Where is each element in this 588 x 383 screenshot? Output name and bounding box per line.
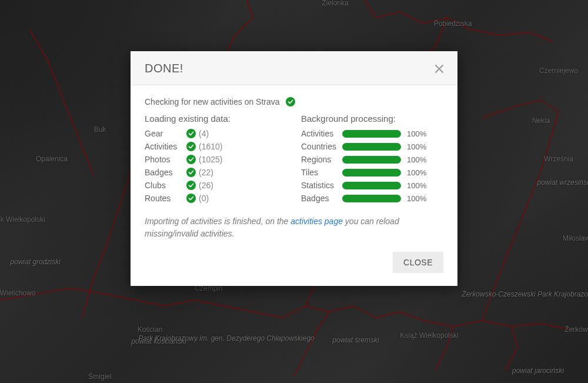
progress-percent: 100% — [407, 155, 426, 164]
modal-header: DONE! — [131, 51, 457, 85]
modal-title: DONE! — [145, 62, 183, 75]
loading-count: (4) — [199, 129, 209, 138]
activities-page-link[interactable]: activities page — [290, 217, 343, 226]
loading-label: Badges — [145, 168, 183, 177]
note-prefix: Importing of activities is finished, on … — [145, 217, 290, 226]
progress-percent: 100% — [407, 168, 426, 177]
processing-row: Regions100% — [301, 153, 443, 166]
loading-row: Routes(0) — [145, 192, 287, 205]
processing-label: Activities — [301, 129, 336, 138]
check-icon — [183, 129, 199, 138]
progress-bar — [342, 130, 401, 138]
status-line: Checking for new activities on Strava — [145, 97, 443, 106]
loading-row: Activities(1610) — [145, 140, 287, 153]
processing-column: Background processing: Activities100%Cou… — [301, 114, 443, 205]
loading-label: Gear — [145, 129, 183, 138]
check-icon — [183, 142, 199, 151]
progress-bar — [342, 143, 401, 151]
progress-percent: 100% — [407, 181, 426, 190]
processing-title: Background processing: — [301, 114, 443, 124]
check-icon — [183, 194, 199, 203]
loading-label: Routes — [145, 194, 183, 203]
processing-row: Badges100% — [301, 192, 443, 205]
processing-row: Statistics100% — [301, 179, 443, 192]
processing-row: Countries100% — [301, 140, 443, 153]
processing-row: Tiles100% — [301, 166, 443, 179]
progress-bar — [342, 182, 401, 189]
loading-row: Gear(4) — [145, 127, 287, 140]
progress-percent: 100% — [407, 129, 426, 138]
loading-row: Photos(1025) — [145, 153, 287, 166]
loading-title: Loading existing data: — [145, 114, 287, 124]
loading-label: Photos — [145, 155, 183, 164]
check-icon — [286, 97, 295, 106]
processing-label: Countries — [301, 142, 336, 151]
progress-bar — [342, 169, 401, 176]
close-button[interactable]: CLOSE — [393, 252, 443, 273]
processing-label: Badges — [301, 194, 336, 203]
loading-column: Loading existing data: Gear(4)Activities… — [145, 114, 287, 205]
import-note: Importing of activities is finished, on … — [145, 215, 443, 240]
import-done-modal: DONE! Checking for new activities on Str… — [131, 51, 457, 286]
close-icon[interactable] — [433, 62, 446, 75]
processing-row: Activities100% — [301, 127, 443, 140]
modal-body: Checking for new activities on Strava Lo… — [131, 85, 457, 246]
check-icon — [183, 155, 199, 164]
loading-label: Activities — [145, 142, 183, 151]
progress-percent: 100% — [407, 194, 426, 203]
status-text: Checking for new activities on Strava — [145, 97, 280, 106]
loading-count: (1025) — [199, 155, 222, 164]
modal-footer: CLOSE — [131, 246, 457, 286]
check-icon — [183, 181, 199, 190]
loading-count: (0) — [199, 194, 209, 203]
loading-row: Badges(22) — [145, 166, 287, 179]
progress-percent: 100% — [407, 142, 426, 151]
loading-count: (1610) — [199, 142, 222, 151]
loading-count: (22) — [199, 168, 213, 177]
processing-label: Tiles — [301, 168, 336, 177]
check-icon — [183, 168, 199, 177]
loading-count: (26) — [199, 181, 213, 190]
progress-bar — [342, 195, 401, 202]
processing-label: Regions — [301, 155, 336, 164]
progress-bar — [342, 156, 401, 164]
processing-label: Statistics — [301, 181, 336, 190]
loading-label: Clubs — [145, 181, 183, 190]
loading-row: Clubs(26) — [145, 179, 287, 192]
